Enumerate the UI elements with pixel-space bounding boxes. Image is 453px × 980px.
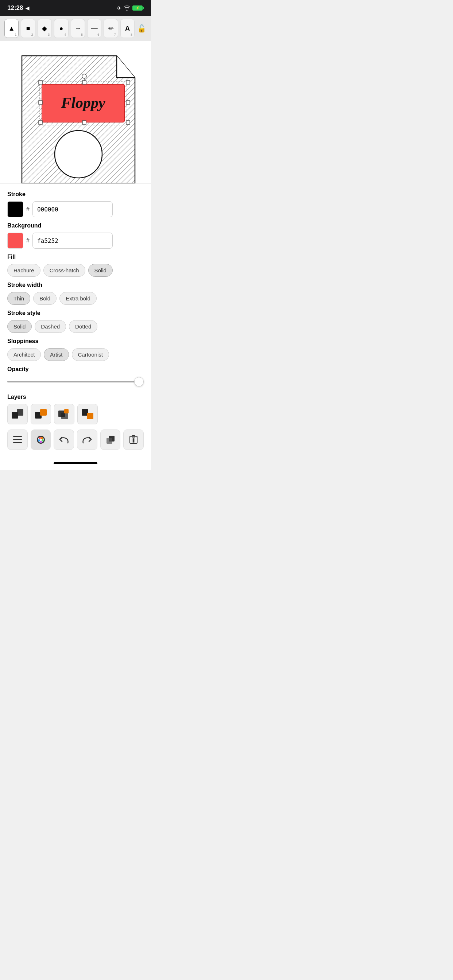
stroke-label: Stroke xyxy=(7,191,144,197)
location-icon: ◀ xyxy=(26,5,29,11)
opacity-slider[interactable] xyxy=(7,376,144,387)
stroke-width-options: Thin Bold Extra bold xyxy=(7,292,144,305)
svg-rect-5 xyxy=(39,81,42,84)
slider-fill xyxy=(7,381,137,382)
style-dashed[interactable]: Dashed xyxy=(35,320,66,333)
lock-button[interactable]: 🔓 xyxy=(137,19,147,38)
background-color-swatch[interactable] xyxy=(7,232,23,249)
toolbar: ▲ 1 ■ 2 ◆ 3 ● 4 → 5 — 6 ✏ 7 A 8 🔓 xyxy=(0,16,151,41)
menu-button[interactable] xyxy=(7,430,28,450)
opacity-label: Opacity xyxy=(7,366,144,372)
stroke-extra-bold[interactable]: Extra bold xyxy=(59,292,97,305)
rect-tool[interactable]: ■ 2 xyxy=(21,19,35,38)
canvas-area[interactable]: Floppy xyxy=(0,41,151,183)
fill-hachure[interactable]: Hachure xyxy=(7,264,40,277)
wifi-icon xyxy=(124,5,130,11)
arrow-tool[interactable]: → 5 xyxy=(71,19,85,38)
sloppiness-options: Architect Artist Cartoonist xyxy=(7,348,144,361)
fill-options: Hachure Cross-hatch Solid xyxy=(7,264,144,277)
delete-button[interactable] xyxy=(123,430,144,450)
svg-rect-8 xyxy=(39,100,42,104)
stroke-style-options: Solid Dashed Dotted xyxy=(7,320,144,333)
stroke-bold[interactable]: Bold xyxy=(33,292,57,305)
svg-rect-10 xyxy=(39,121,42,124)
background-label: Background xyxy=(7,223,144,229)
airplane-icon: ✈ xyxy=(117,5,121,12)
svg-rect-9 xyxy=(126,100,130,104)
sloppiness-architect[interactable]: Architect xyxy=(7,348,41,361)
svg-rect-35 xyxy=(107,438,112,444)
svg-text:Floppy: Floppy xyxy=(61,94,105,111)
copy-icon xyxy=(106,435,115,444)
style-button[interactable] xyxy=(30,430,51,450)
layer-icons-row xyxy=(7,404,144,425)
stroke-color-swatch[interactable] xyxy=(7,201,23,217)
slider-thumb[interactable] xyxy=(134,377,144,387)
svg-point-29 xyxy=(39,437,41,439)
style-dotted[interactable]: Dotted xyxy=(69,320,97,333)
background-color-input[interactable] xyxy=(32,232,113,249)
svg-point-32 xyxy=(41,439,44,442)
stroke-hash: # xyxy=(26,206,30,213)
home-indicator xyxy=(0,459,151,470)
stroke-style-label: Stroke style xyxy=(7,310,144,317)
sloppiness-label: Sloppiness xyxy=(7,338,144,345)
status-icons: ✈ ⚡ xyxy=(117,5,144,12)
svg-rect-18 xyxy=(40,409,47,415)
circle-tool[interactable]: ● 4 xyxy=(54,19,68,38)
opacity-section: Opacity xyxy=(7,366,144,387)
status-time: 12:28 ◀ xyxy=(7,5,29,12)
trash-icon xyxy=(129,435,137,444)
style-solid[interactable]: Solid xyxy=(7,320,32,333)
svg-point-1 xyxy=(55,130,102,178)
layer-icon-3[interactable] xyxy=(54,404,74,425)
svg-point-13 xyxy=(82,74,86,78)
line-tool[interactable]: — 6 xyxy=(87,19,101,38)
layer-icon-2[interactable] xyxy=(30,404,51,425)
select-tool[interactable]: ▲ 1 xyxy=(4,19,19,38)
fill-label: Fill xyxy=(7,254,144,260)
stroke-color-input[interactable] xyxy=(32,201,113,217)
stroke-color-row: # xyxy=(7,201,144,217)
layers-label: Layers xyxy=(7,394,144,400)
pencil-tool[interactable]: ✏ 7 xyxy=(104,19,118,38)
sloppiness-artist[interactable]: Artist xyxy=(44,348,69,361)
undo-button[interactable] xyxy=(54,430,74,450)
svg-rect-21 xyxy=(64,409,69,414)
fill-solid[interactable]: Solid xyxy=(88,264,113,277)
properties-panel: Stroke # Background # Fill Hachure Cross… xyxy=(0,183,151,459)
background-hash: # xyxy=(26,237,30,244)
svg-rect-24 xyxy=(13,436,22,437)
svg-rect-6 xyxy=(83,81,86,84)
svg-rect-11 xyxy=(83,121,86,124)
background-color-row: # xyxy=(7,232,144,249)
action-bar xyxy=(7,430,144,455)
svg-rect-16 xyxy=(17,409,23,415)
layer-icon-1[interactable] xyxy=(7,404,28,425)
sloppiness-cartoonist[interactable]: Cartoonist xyxy=(72,348,109,361)
stroke-thin[interactable]: Thin xyxy=(7,292,30,305)
layer-icon-4[interactable] xyxy=(77,404,98,425)
diamond-tool[interactable]: ◆ 3 xyxy=(38,19,52,38)
svg-rect-12 xyxy=(126,121,130,124)
undo-icon xyxy=(59,436,69,444)
redo-button[interactable] xyxy=(77,430,97,450)
menu-icon xyxy=(13,436,22,443)
svg-rect-20 xyxy=(61,413,68,419)
redo-icon xyxy=(83,436,92,444)
slider-track xyxy=(7,381,144,382)
stroke-width-label: Stroke width xyxy=(7,282,144,288)
home-bar xyxy=(54,462,97,464)
svg-rect-23 xyxy=(87,413,93,419)
copy-button[interactable] xyxy=(100,430,121,450)
battery-icon: ⚡ xyxy=(132,5,144,11)
fill-crosshatch[interactable]: Cross-hatch xyxy=(43,264,85,277)
svg-rect-25 xyxy=(13,439,22,440)
status-bar: 12:28 ◀ ✈ ⚡ xyxy=(0,0,151,16)
palette-icon xyxy=(36,435,46,444)
svg-point-30 xyxy=(41,437,43,439)
text-tool[interactable]: A 8 xyxy=(120,19,135,38)
svg-point-33 xyxy=(40,441,42,443)
svg-point-31 xyxy=(38,439,40,442)
canvas-svg: Floppy xyxy=(0,41,151,183)
